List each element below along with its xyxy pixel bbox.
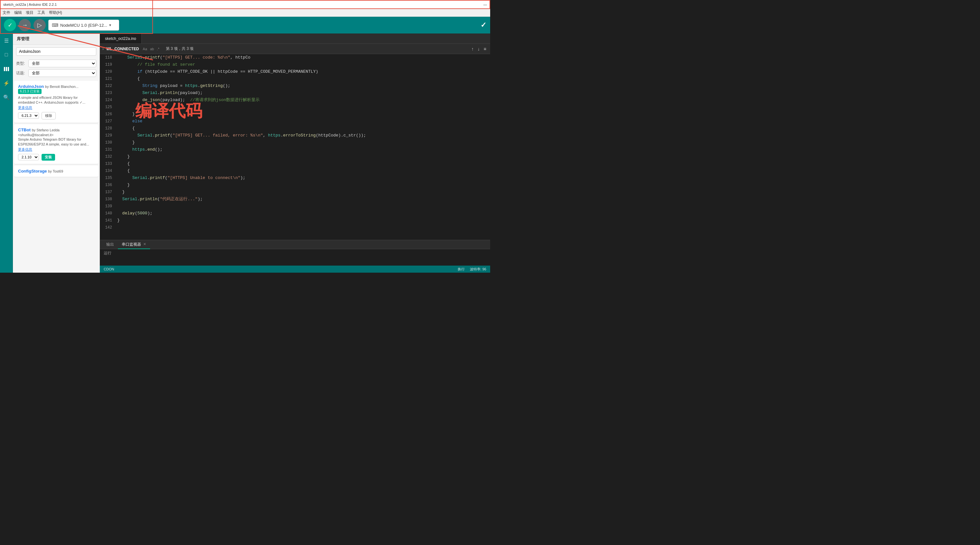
library-filters: 类型: 全部 推荐 已安装 话题: 全部 显示 通信 [13, 58, 100, 78]
table-row: 122 String payload = https.getString(); [100, 83, 490, 89]
table-row: 118 Serial.printf("[HTTPS] GET... code: … [100, 54, 490, 61]
line-content: https.end(); [116, 146, 490, 153]
list-item: ConfigStorage by Tost69 [14, 165, 98, 177]
debug-icon: ▷ [37, 22, 42, 29]
sidebar-icon-search[interactable]: 🔍 [2, 93, 11, 102]
find-prev-button[interactable]: ↑ [470, 46, 475, 52]
lib-item-more-arduinojson[interactable]: 更多信息 [18, 106, 32, 110]
verify-button[interactable]: ✓ [4, 19, 16, 31]
minimize-btn[interactable]: — [484, 3, 487, 6]
find-bar: › WL_CONNECTED Aa ab .* 第 3 项，共 3 项 ↑ ↓ … [100, 44, 490, 54]
debug-button[interactable]: ▷ [33, 19, 46, 31]
line-content: if (httpCode == HTTP_CODE_OK || httpCode… [116, 68, 490, 75]
line-content: } [116, 181, 490, 189]
svg-rect-2 [4, 67, 5, 71]
line-number: 137 [100, 189, 116, 196]
top-right-checkmark: ✓ [480, 21, 486, 29]
ctbot-install-button[interactable]: 安装 [41, 154, 55, 160]
table-row: 125 } [100, 104, 490, 111]
sidebar-icon-board[interactable]: □ [2, 50, 11, 59]
usb-icon: ⌨ [52, 22, 58, 28]
line-content: } [116, 139, 490, 146]
type-filter-label: 类型: [16, 61, 26, 66]
menu-help[interactable]: 帮助(H) [49, 10, 62, 16]
status-baudrate[interactable]: 波特率: 96 [470, 267, 486, 272]
status-cdon: CDON [104, 267, 114, 271]
lib-item-name-configstorage: ConfigStorage by Tost69 [18, 169, 94, 173]
line-number: 139 [100, 203, 116, 210]
table-row: 128 { [100, 125, 490, 132]
table-row: 120 if (httpCode == HTTP_CODE_OK || http… [100, 68, 490, 75]
line-content: } [116, 217, 490, 224]
line-number: 124 [100, 97, 116, 104]
library-search-area [13, 45, 100, 58]
arduinojson-remove-button[interactable]: 移除 [41, 112, 56, 119]
bottom-tab-serial: 串口监视器 × [118, 240, 150, 249]
line-number: 141 [100, 217, 116, 224]
line-content: de_json(payload); //将请求到的json数据进行解析显示 [116, 97, 490, 104]
toolbar: ✓ → ▷ ⌨ NodeMCU 1.0 (ESP-12... ▾ ✓ [0, 17, 490, 33]
line-number: 120 [100, 68, 116, 75]
upload-icon: → [22, 22, 28, 29]
table-row: 130 } [100, 139, 490, 146]
menu-project[interactable]: 项目 [26, 10, 33, 16]
line-number: 121 [100, 75, 116, 83]
find-bar-options: Aa ab .* [143, 47, 159, 51]
bottom-panel: 输出 串口监视器 × 运行 [100, 240, 490, 265]
menu-bar: 文件 编辑 项目 工具 帮助(H) [0, 9, 490, 17]
ctbot-version-select[interactable]: 2.1.10 [18, 154, 39, 160]
line-number: 126 [100, 111, 116, 118]
bottom-tab-close-btn[interactable]: × [143, 242, 146, 246]
table-row: 142 [100, 224, 490, 231]
table-row: 131 https.end(); [100, 146, 490, 153]
find-menu-button[interactable]: ≡ [482, 46, 488, 52]
line-number: 138 [100, 196, 116, 203]
find-next-button[interactable]: ↓ [476, 46, 481, 52]
tab-sketch[interactable]: sketch_oct22a.ino [100, 33, 142, 43]
line-content: Serial.printf("[HTTPS] Unable to connect… [116, 175, 490, 181]
lib-item-badge-arduinojson: 6.21.3 已安装 [18, 89, 41, 94]
line-number: 118 [100, 54, 116, 61]
line-content: } [116, 153, 490, 160]
find-bar-query: WL_CONNECTED [106, 47, 139, 51]
menu-file[interactable]: 文件 [3, 10, 10, 16]
topic-filter-select[interactable]: 全部 显示 通信 [28, 69, 96, 77]
menu-edit[interactable]: 编辑 [14, 10, 22, 16]
list-item: ArduinoJson by Benoit Blanchon... 6.21.3… [14, 81, 98, 123]
line-content [116, 224, 490, 231]
code-editor[interactable]: 118 Serial.printf("[HTTPS] GET... code: … [100, 54, 490, 240]
upload-button[interactable]: → [19, 19, 31, 31]
sidebar-icon-sketch[interactable]: ☰ [2, 36, 11, 45]
line-content [116, 203, 490, 210]
board-selector[interactable]: ⌨ NodeMCU 1.0 (ESP-12... ▾ [48, 20, 119, 30]
arduinojson-version-select[interactable]: 6.21.3 [18, 112, 39, 119]
type-filter-select[interactable]: 全部 推荐 已安装 [28, 60, 96, 67]
topic-filter-row: 话题: 全部 显示 通信 [16, 69, 96, 77]
sidebar-icon-debug[interactable]: ⚡ [2, 79, 11, 87]
line-number: 140 [100, 210, 116, 217]
line-number: 129 [100, 132, 116, 139]
table-row: 137 } [100, 189, 490, 196]
line-content: { [116, 160, 490, 167]
status-newline[interactable]: 换行 [458, 267, 465, 272]
menu-tools[interactable]: 工具 [37, 10, 45, 16]
table-row: 138 Serial.println("代码正在运行..."); [100, 196, 490, 203]
lib-item-more-ctbot[interactable]: 更多信息 [18, 148, 32, 151]
board-name: NodeMCU 1.0 (ESP-12... [60, 23, 107, 28]
find-bar-result-text: 第 3 项，共 3 项 [166, 46, 194, 51]
find-bar-controls: ↑ ↓ ≡ [470, 46, 488, 52]
table-row: 124 de_json(payload); //将请求到的json数据进行解析显… [100, 97, 490, 104]
left-sidebar: ☰ □ ⚡ 🔍 [0, 33, 13, 273]
sidebar-icon-library[interactable] [2, 64, 11, 73]
line-content: } [116, 104, 490, 111]
line-number: 132 [100, 153, 116, 160]
library-header: 库管理 [13, 33, 100, 45]
library-search-input[interactable] [16, 47, 96, 56]
line-content: Serial.printf("[HTTPS] GET... code: %d\n… [116, 54, 490, 61]
lib-item-footer-arduinojson: 6.21.3 移除 [18, 112, 94, 119]
bottom-tab-output[interactable]: 输出 [102, 240, 118, 248]
table-row: 140 delay(5000); [100, 210, 490, 217]
table-row: 135 Serial.printf("[HTTPS] Unable to con… [100, 175, 490, 181]
title-bar-controls: — [484, 3, 487, 6]
table-row: 136 } [100, 181, 490, 189]
